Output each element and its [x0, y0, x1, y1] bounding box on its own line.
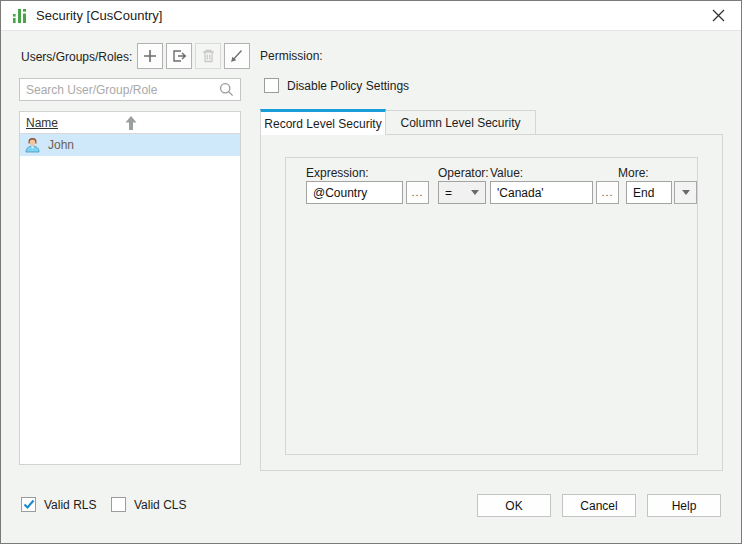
operator-label: Operator:: [438, 166, 489, 180]
user-row-label: John: [48, 138, 74, 152]
cancel-button[interactable]: Cancel: [562, 494, 636, 517]
rls-expression-group: Expression: Operator: Value: More: @Coun…: [285, 157, 698, 455]
move-user-button[interactable]: [166, 43, 192, 69]
close-button[interactable]: [705, 4, 731, 28]
security-dialog: Security [CusCountry] Users/Groups/Roles…: [0, 0, 742, 544]
edit-user-button[interactable]: [224, 43, 250, 69]
sort-arrow-up-icon: [124, 115, 138, 131]
close-icon: [712, 9, 725, 22]
list-item-john[interactable]: John: [20, 134, 240, 156]
disable-policy-checkbox[interactable]: Disable Policy Settings: [264, 78, 409, 93]
tab-record-level-security[interactable]: Record Level Security: [260, 109, 386, 135]
expression-browse-button[interactable]: ...: [406, 181, 429, 204]
ok-button[interactable]: OK: [477, 494, 551, 517]
export-icon: [172, 49, 187, 63]
value-label: Value:: [490, 166, 523, 180]
plus-icon: [143, 49, 157, 63]
users-groups-roles-label: Users/Groups/Roles:: [21, 50, 132, 64]
chevron-down-icon: [682, 190, 690, 195]
window-title: Security [CusCountry]: [36, 8, 162, 23]
permission-label: Permission:: [260, 49, 323, 63]
value-input[interactable]: 'Canada': [490, 181, 593, 204]
valid-rls-label: Valid RLS: [44, 498, 96, 512]
chevron-down-icon: [471, 190, 479, 195]
search-icon: [219, 82, 234, 97]
record-level-security-panel: Expression: Operator: Value: More: @Coun…: [260, 134, 723, 471]
checkbox-unchecked-icon: [264, 78, 279, 93]
expression-label: Expression:: [306, 166, 369, 180]
user-toolbar: [137, 43, 250, 69]
checkbox-checked-icon: [21, 497, 36, 512]
trash-icon: [202, 49, 215, 63]
more-label: More:: [618, 166, 649, 180]
list-header-name[interactable]: Name: [20, 112, 240, 134]
disable-policy-label: Disable Policy Settings: [287, 79, 409, 93]
operator-combobox[interactable]: =: [438, 181, 486, 204]
more-dropdown-button[interactable]: [674, 181, 697, 204]
operator-value: =: [445, 186, 452, 200]
name-column-header: Name: [26, 116, 58, 130]
delete-user-button[interactable]: [195, 43, 221, 69]
user-avatar-icon: [24, 137, 41, 153]
users-list: Name John: [19, 111, 241, 465]
pencil-icon: [230, 49, 244, 63]
search-box: [19, 78, 241, 101]
valid-rls-checkbox[interactable]: Valid RLS: [21, 497, 96, 512]
tab-column-level-security[interactable]: Column Level Security: [386, 110, 536, 135]
help-button[interactable]: Help: [647, 494, 721, 517]
app-logo-icon: [11, 7, 29, 25]
security-tabs: Record Level Security Column Level Secur…: [260, 109, 536, 135]
add-user-button[interactable]: [137, 43, 163, 69]
checkbox-unchecked-icon: [111, 497, 126, 512]
valid-cls-checkbox[interactable]: Valid CLS: [111, 497, 186, 512]
checkmark-icon: [23, 499, 35, 510]
search-input[interactable]: [20, 83, 219, 97]
more-input[interactable]: End: [626, 181, 672, 204]
title-bar: Security [CusCountry]: [1, 1, 741, 31]
value-browse-button[interactable]: ...: [596, 181, 619, 204]
valid-cls-label: Valid CLS: [134, 498, 186, 512]
expression-input[interactable]: @Country: [306, 181, 403, 204]
